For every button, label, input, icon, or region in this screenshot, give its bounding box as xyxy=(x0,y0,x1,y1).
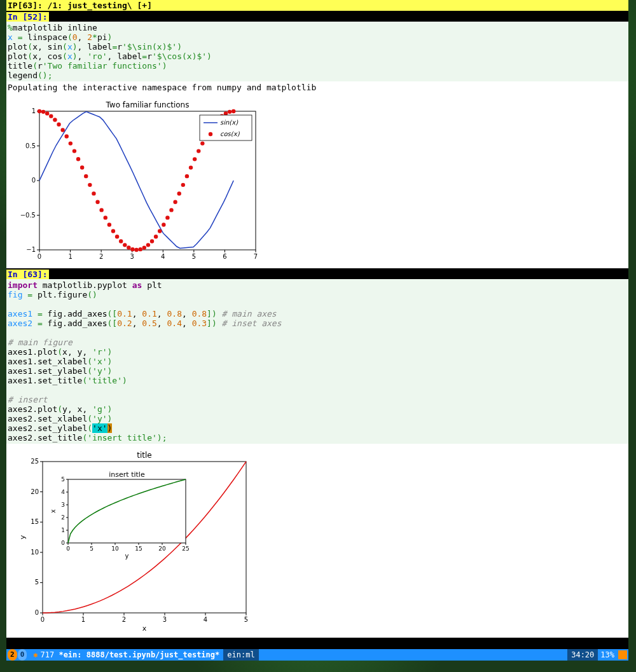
svg-point-67 xyxy=(189,165,193,169)
svg-point-64 xyxy=(177,191,181,195)
cell-prompt-63: In [63]: xyxy=(6,270,49,279)
modeline-cursor-pos: 34:20 xyxy=(567,649,598,661)
notebook-content[interactable]: In [52]: %matplotlib inline x = linspace… xyxy=(6,11,628,649)
svg-point-56 xyxy=(146,243,150,247)
svg-point-28 xyxy=(38,109,41,113)
svg-point-82 xyxy=(209,132,212,136)
svg-text:x: x xyxy=(50,509,57,513)
modeline-scroll-pct: 13% xyxy=(600,649,614,661)
svg-text:2: 2 xyxy=(61,514,65,521)
svg-text:3: 3 xyxy=(61,502,65,508)
svg-text:0: 0 xyxy=(32,177,36,184)
svg-text:5: 5 xyxy=(35,579,39,586)
svg-point-70 xyxy=(200,141,204,145)
svg-text:1: 1 xyxy=(61,527,65,533)
chart-two-familiar-functions: 01234567−1−0.500.51Two familiar function… xyxy=(8,99,262,264)
svg-point-40 xyxy=(84,174,88,178)
modified-star-icon: ✱ xyxy=(33,649,38,661)
window-titlebar: IP[63]: /1: just_testing\ [+] xyxy=(6,0,628,11)
svg-text:0: 0 xyxy=(35,609,39,616)
svg-text:4: 4 xyxy=(204,616,207,623)
svg-text:5: 5 xyxy=(90,545,93,552)
svg-point-31 xyxy=(49,114,53,118)
svg-point-57 xyxy=(150,239,154,243)
svg-text:5: 5 xyxy=(244,616,248,623)
svg-point-78 xyxy=(232,109,235,113)
svg-text:5: 5 xyxy=(192,253,196,260)
svg-point-62 xyxy=(169,208,173,212)
code-cell-63[interactable]: import matplotlib.pyplot as plt fig = pl… xyxy=(6,279,628,444)
svg-text:2: 2 xyxy=(99,253,103,260)
svg-point-69 xyxy=(197,149,200,153)
svg-rect-112 xyxy=(68,479,186,543)
svg-point-43 xyxy=(95,200,99,203)
svg-text:7: 7 xyxy=(254,253,258,260)
svg-point-38 xyxy=(76,157,80,161)
svg-text:6: 6 xyxy=(223,253,226,260)
svg-point-36 xyxy=(69,141,73,145)
emacs-window: IP[63]: /1: just_testing\ [+] In [52]: %… xyxy=(6,0,628,661)
svg-text:insert title: insert title xyxy=(109,470,145,479)
svg-point-29 xyxy=(41,110,45,114)
modeline-line: 717 xyxy=(40,649,54,661)
svg-point-77 xyxy=(228,110,232,114)
svg-point-51 xyxy=(127,245,130,249)
svg-text:5: 5 xyxy=(61,476,65,483)
svg-point-44 xyxy=(99,208,103,212)
cell-52-stdout: Populating the interactive namespace fro… xyxy=(6,81,628,93)
cell-63-plot: 0123450510152025titlexy0510152025012345i… xyxy=(6,444,628,638)
svg-text:20: 20 xyxy=(158,545,166,552)
svg-point-46 xyxy=(107,223,111,226)
svg-text:−1: −1 xyxy=(26,246,36,253)
svg-point-32 xyxy=(53,118,57,121)
svg-text:1: 1 xyxy=(32,107,36,114)
svg-point-54 xyxy=(138,247,142,251)
modeline-major-mode: ein:ml xyxy=(223,649,258,661)
svg-text:4: 4 xyxy=(61,489,65,495)
svg-point-52 xyxy=(130,247,134,251)
svg-text:−0.5: −0.5 xyxy=(20,212,36,219)
svg-text:y: y xyxy=(18,535,27,539)
svg-point-47 xyxy=(111,229,115,233)
svg-text:0: 0 xyxy=(61,540,65,546)
svg-point-49 xyxy=(119,239,123,243)
svg-text:Two familiar functions: Two familiar functions xyxy=(106,100,190,109)
svg-point-45 xyxy=(104,216,107,219)
svg-point-48 xyxy=(115,235,119,238)
svg-text:10: 10 xyxy=(111,545,119,552)
cell-prompt-52: In [52]: xyxy=(6,12,49,22)
svg-text:2: 2 xyxy=(122,616,126,623)
modeline-workspace-badge: 2 xyxy=(8,649,17,661)
svg-point-58 xyxy=(154,235,158,238)
svg-point-34 xyxy=(60,128,64,132)
svg-text:cos(x): cos(x) xyxy=(220,130,240,137)
code-cell-52[interactable]: %matplotlib inline x = linspace(0, 2*pi)… xyxy=(6,22,628,81)
svg-point-41 xyxy=(88,183,92,187)
modeline: 2 0 ✱ 717 *ein: 8888/test.ipynb/just_tes… xyxy=(6,649,628,661)
svg-text:1: 1 xyxy=(81,616,85,623)
svg-text:3: 3 xyxy=(163,616,167,623)
svg-text:x: x xyxy=(142,624,147,633)
svg-text:title: title xyxy=(137,451,151,460)
svg-point-63 xyxy=(173,200,177,203)
svg-point-68 xyxy=(193,157,197,161)
svg-text:25: 25 xyxy=(182,545,189,552)
svg-point-59 xyxy=(158,229,162,233)
svg-text:0: 0 xyxy=(41,616,45,623)
svg-point-66 xyxy=(185,174,189,178)
svg-point-30 xyxy=(45,111,49,115)
svg-text:1: 1 xyxy=(68,253,72,260)
svg-text:15: 15 xyxy=(31,518,39,525)
svg-point-50 xyxy=(123,243,127,247)
cell-52-plot: 01234567−1−0.500.51Two familiar function… xyxy=(6,93,628,268)
modeline-window-badge: 0 xyxy=(18,649,27,661)
svg-point-65 xyxy=(181,183,185,187)
chart-title-with-inset: 0123450510152025titlexy0510152025012345i… xyxy=(8,449,262,633)
modeline-buffer-name: *ein: 8888/test.ipynb/just_testing* xyxy=(59,649,219,661)
svg-point-60 xyxy=(162,223,165,226)
svg-text:0: 0 xyxy=(66,545,70,552)
svg-text:3: 3 xyxy=(130,253,134,260)
svg-text:10: 10 xyxy=(31,549,39,556)
svg-point-61 xyxy=(165,216,169,219)
svg-text:20: 20 xyxy=(31,488,39,495)
